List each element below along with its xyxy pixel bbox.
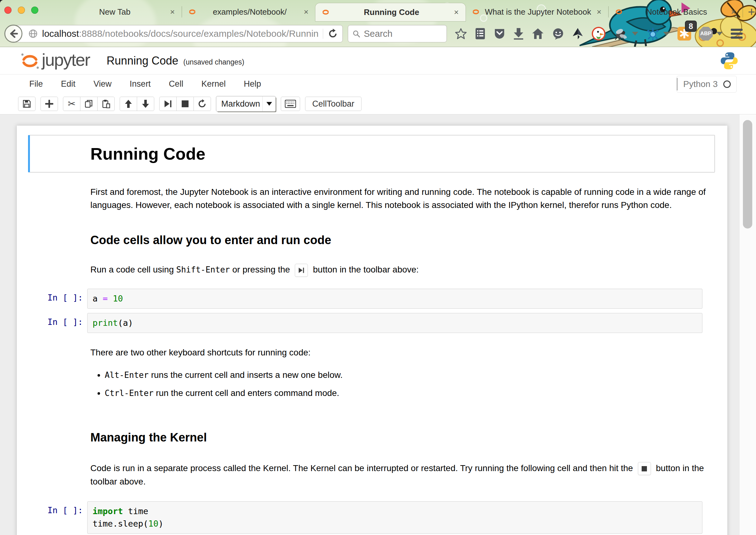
menu-help[interactable]: Help [244, 79, 261, 89]
notebook-title[interactable]: Running Code [107, 54, 178, 67]
back-arrow-icon [9, 29, 18, 38]
tab-new-tab[interactable]: New Tab × [58, 3, 182, 20]
save-button[interactable] [18, 97, 36, 111]
chevron-down-icon [716, 32, 723, 36]
reading-list-button[interactable] [474, 27, 486, 40]
hello-chat-button[interactable] [552, 28, 564, 40]
markdown-cell-kernel-heading[interactable]: Managing the Kernel Code is run in a sep… [28, 427, 715, 492]
markdown-cell-title-selected[interactable]: Running Code [28, 135, 715, 172]
menu-edit[interactable]: Edit [61, 79, 76, 89]
markdown-cell-shortcuts[interactable]: There are two other keyboard shortcuts f… [28, 342, 715, 408]
paste-cell-button[interactable] [97, 97, 115, 111]
menu-view[interactable]: View [94, 79, 112, 89]
home-button[interactable] [532, 28, 544, 40]
reload-icon[interactable] [328, 28, 338, 39]
menu-button[interactable] [731, 29, 742, 39]
close-window-button[interactable] [4, 7, 12, 14]
cut-cell-button[interactable]: ✂ [63, 97, 80, 111]
search-bar[interactable] [348, 25, 447, 42]
minimize-window-button[interactable] [18, 7, 25, 14]
pocket-button[interactable] [494, 28, 505, 40]
menu-file[interactable]: File [29, 79, 43, 89]
jupyter-logo[interactable]: jupyter [19, 50, 90, 71]
code-line: import time [93, 505, 697, 518]
star-icon [455, 28, 467, 40]
bookmark-star-button[interactable] [455, 28, 467, 40]
run-button-group [159, 97, 211, 111]
tab-close-icon[interactable]: × [453, 8, 459, 17]
pocket-icon [494, 28, 505, 40]
run-icon [164, 100, 172, 108]
tab-close-icon[interactable]: × [303, 7, 309, 17]
shift-enter-code: Shift-Enter [176, 265, 230, 274]
command-palette-button[interactable] [281, 97, 300, 111]
run-cell-button[interactable] [159, 97, 177, 111]
url-divider [323, 29, 323, 39]
tab-what-is-jupyter[interactable]: What is the Jupyter Notebook × [466, 3, 608, 20]
code-line: time.sleep(10) [93, 518, 697, 530]
inline-stop-button-image [638, 462, 651, 475]
duckduckgo-addon-button[interactable] [591, 26, 606, 41]
celltoolbar-button[interactable]: CellToolbar [305, 97, 362, 111]
url-bar[interactable]: localhost:8888/notebooks/docs/source/exa… [13, 25, 343, 42]
navigation-toolbar: localhost:8888/notebooks/docs/source/exa… [0, 20, 756, 47]
search-input[interactable] [364, 29, 442, 39]
share-plane-button[interactable] [572, 27, 583, 40]
python-kernel-logo [720, 51, 739, 70]
cell-type-value: Markdown [221, 99, 260, 109]
interrupt-kernel-button[interactable] [176, 97, 194, 111]
menu-kernel[interactable]: Kernel [201, 79, 226, 89]
code-line: a = 10 [93, 293, 697, 305]
abp-icon: ABP [699, 27, 713, 41]
scrollbar-track[interactable] [739, 114, 756, 535]
zoom-window-button[interactable] [31, 7, 38, 14]
scrollbar-thumb[interactable] [743, 120, 752, 229]
markdown-cell-code-cells-heading[interactable]: Code cells allow you to enter and run co… [28, 230, 715, 281]
tab-title: Notebook Basics [627, 7, 727, 17]
code-cell-print-a[interactable]: In [ ]: print(a) [28, 313, 715, 333]
tab-close-icon[interactable]: × [596, 7, 602, 17]
code-cell-a-equals-10[interactable]: In [ ]: a = 10 [28, 289, 715, 309]
blue-addon-dropdown[interactable] [663, 32, 670, 36]
jupyter-favicon-icon [615, 8, 623, 16]
url-text[interactable]: localhost:8888/notebooks/docs/source/exa… [42, 28, 318, 39]
asterisk-addon-button[interactable]: 8 [678, 27, 691, 41]
tab-close-icon[interactable]: × [170, 7, 176, 17]
notebook-header: jupyter Running Code (unsaved changes) [0, 47, 756, 74]
move-cell-up-button[interactable] [120, 97, 137, 111]
run-line-text: or pressing the [230, 265, 293, 274]
run-line-text: button in the toolbar above: [310, 265, 418, 274]
intro-paragraph: First and foremost, the Jupyter Notebook… [90, 185, 715, 212]
tab-running-code-active[interactable]: Running Code × [315, 3, 466, 21]
code-cell-import-time[interactable]: In [ ]: import time time.sleep(10) [28, 501, 715, 534]
markdown-cell-intro[interactable]: First and foremost, the Jupyter Notebook… [28, 182, 715, 215]
arrow-up-icon [125, 99, 132, 108]
fly-addon-dropdown[interactable] [632, 32, 638, 36]
copy-cell-button[interactable] [80, 97, 97, 111]
tab-examples-notebook[interactable]: examples/Notebook/ × [182, 3, 315, 20]
cell-type-select[interactable]: Markdown [216, 96, 276, 112]
notebook-h2-code-cells: Code cells allow you to enter and run co… [90, 234, 715, 247]
code-input-area[interactable]: a = 10 [87, 289, 702, 309]
bullet-text: run the current cell and enters command … [154, 388, 339, 398]
tab-notebook-basics[interactable]: Notebook Basics × [608, 3, 742, 20]
new-tab-button[interactable]: + [743, 3, 756, 20]
blue-gear-icon [646, 27, 660, 40]
adblock-plus-button[interactable]: ABP [699, 27, 713, 41]
move-cell-down-button[interactable] [137, 97, 154, 111]
blue-addon-button[interactable] [646, 27, 660, 40]
menu-cell[interactable]: Cell [169, 79, 183, 89]
adblock-plus-dropdown[interactable] [716, 32, 723, 36]
code-input-area[interactable]: print(a) [87, 313, 702, 333]
tab-close-icon[interactable]: × [730, 7, 736, 17]
downloads-button[interactable] [513, 27, 524, 40]
shortcuts-intro: There are two other keyboard shortcuts f… [90, 346, 715, 359]
insert-cell-button[interactable] [40, 97, 58, 111]
fly-addon-button[interactable] [614, 27, 628, 40]
back-button[interactable] [4, 25, 22, 43]
jupyter-page: jupyter Running Code (unsaved changes) F… [0, 47, 756, 535]
menu-insert[interactable]: Insert [130, 79, 151, 89]
hamburger-icon [731, 29, 742, 39]
restart-kernel-button[interactable] [194, 97, 211, 111]
code-input-area[interactable]: import time time.sleep(10) [87, 501, 702, 534]
